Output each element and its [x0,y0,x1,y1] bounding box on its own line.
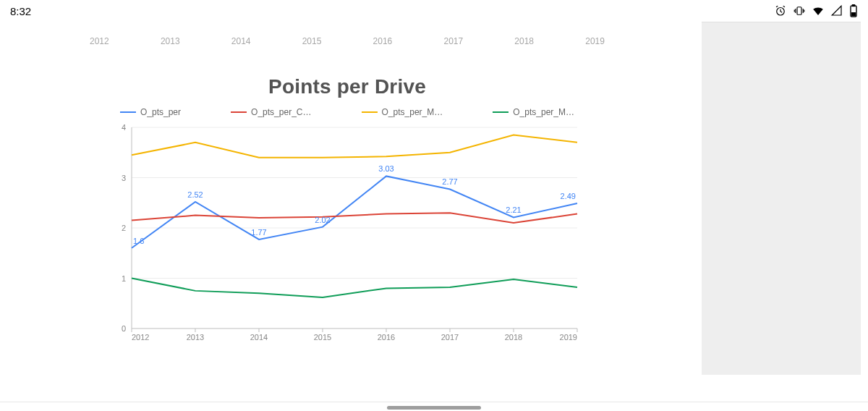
chart-legend: O_pts_perO_pts_per_C…O_pts_per_M…O_pts_p… [116,103,579,127]
svg-text:0: 0 [122,324,126,333]
year-tab[interactable]: 2013 [158,36,183,46]
legend-item[interactable]: O_pts_per_M… [362,107,443,117]
series-line [132,279,577,297]
vibrate-icon [793,4,806,17]
year-tab[interactable]: 2016 [370,36,396,46]
gesture-nav-pill[interactable] [387,406,481,410]
status-bar: 8:32 [0,0,868,22]
legend-label: O_pts_per [140,107,181,117]
year-tab[interactable]: 2014 [229,36,254,46]
legend-swatch [493,111,509,113]
svg-text:2013: 2013 [187,333,204,342]
year-tab[interactable]: 2012 [87,36,112,46]
chart-plot[interactable]: 01234201220132014201520162017201820191.6… [132,127,577,344]
battery-icon [849,4,858,17]
legend-label: O_pts_per_M… [513,107,574,117]
legend-item[interactable]: O_pts_per [120,107,181,117]
next-card-peek [116,384,579,398]
svg-text:2: 2 [122,224,126,232]
svg-text:2017: 2017 [441,333,459,342]
legend-swatch [231,111,247,113]
legend-label: O_pts_per_C… [251,107,311,117]
cell-signal-icon [830,4,843,17]
svg-text:1: 1 [122,274,126,283]
divider-line [0,402,868,402]
app-screen: 20122013201420152016201720182019 Points … [0,22,868,404]
svg-rect-1 [797,7,801,15]
svg-rect-4 [851,12,856,16]
point-label: 2.02 [315,216,330,224]
svg-rect-3 [853,5,855,7]
point-label: 1.6 [133,237,144,245]
point-label: 2.52 [187,190,203,199]
point-label: 1.77 [251,228,266,237]
legend-item[interactable]: O_pts_per_M… [493,107,574,117]
svg-text:3: 3 [122,174,126,182]
legend-label: O_pts_per_M… [382,107,443,117]
legend-swatch [362,111,378,113]
svg-text:2018: 2018 [505,333,522,342]
svg-text:2015: 2015 [314,333,331,342]
point-label: 2.21 [506,206,521,214]
year-tabs: 20122013201420152016201720182019 [87,36,608,46]
point-label: 3.03 [378,164,393,173]
year-tab[interactable]: 2018 [511,36,537,46]
chart-title: Points per Drive [116,75,579,98]
chart-svg: 01234201220132014201520162017201820191.6… [132,127,577,344]
svg-text:2016: 2016 [378,333,395,342]
year-tab[interactable]: 2017 [441,36,466,46]
alarm-icon [774,4,787,17]
right-sidebar [702,22,861,375]
svg-text:2012: 2012 [132,333,149,342]
svg-text:2019: 2019 [560,333,577,342]
series-line [132,135,577,157]
chart-card: Points per Drive O_pts_perO_pts_per_C…O_… [116,72,579,376]
status-time: 8:32 [10,5,31,17]
legend-swatch [120,111,136,113]
point-label: 2.49 [561,192,576,200]
svg-text:4: 4 [122,123,126,132]
svg-text:2014: 2014 [250,333,268,342]
sidebar-divider [702,22,861,22]
year-tab[interactable]: 2015 [299,36,325,46]
point-label: 2.77 [442,177,457,186]
legend-item[interactable]: O_pts_per_C… [231,107,311,117]
status-icons [774,4,858,17]
year-tab[interactable]: 2019 [582,36,608,46]
wifi-icon [812,4,825,17]
